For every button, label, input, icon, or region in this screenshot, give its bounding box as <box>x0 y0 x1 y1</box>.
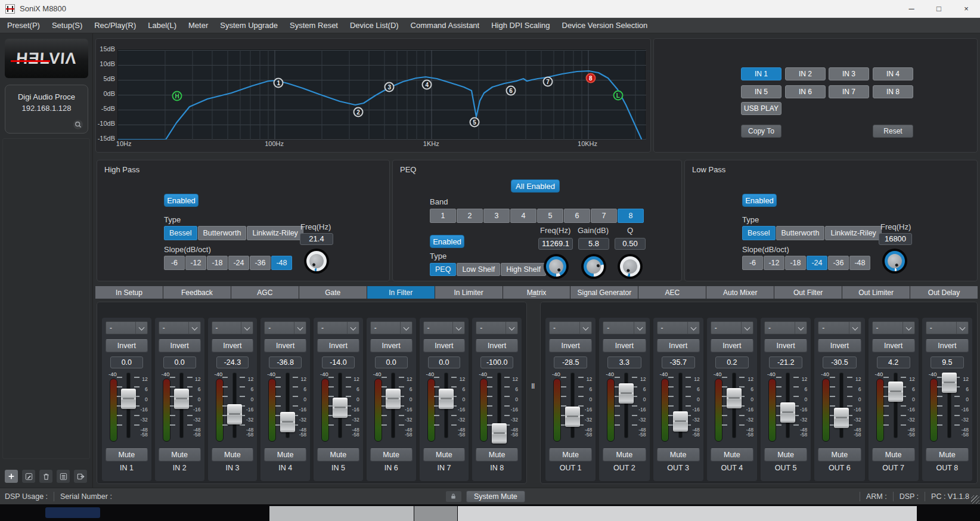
lp-enabled-button[interactable]: Enabled <box>742 194 777 207</box>
search-icon[interactable] <box>73 120 83 129</box>
fader-handle[interactable] <box>673 411 688 432</box>
lock-icon[interactable] <box>446 491 461 502</box>
hp-slope-option[interactable]: -24 <box>228 256 249 270</box>
source-dropdown[interactable]: - <box>872 321 915 334</box>
hp-slope-option[interactable]: -12 <box>185 256 206 270</box>
hp-freq-knob[interactable] <box>304 249 329 274</box>
fader-handle[interactable] <box>888 382 903 402</box>
lp-type-option[interactable]: Butterworth <box>776 226 825 240</box>
invert-button[interactable]: Invert <box>549 339 592 352</box>
hp-slope-option[interactable]: -18 <box>207 256 228 270</box>
fader-handle[interactable] <box>565 407 580 427</box>
peq-freq-knob[interactable] <box>544 254 569 279</box>
source-dropdown[interactable]: - <box>764 321 807 334</box>
eq-band-marker[interactable]: 3 <box>384 82 395 92</box>
mute-button[interactable]: Mute <box>159 448 201 461</box>
mute-button[interactable]: Mute <box>106 448 148 461</box>
invert-button[interactable]: Invert <box>317 339 359 352</box>
eq-band-marker[interactable]: 8 <box>585 73 596 83</box>
hp-slope-option[interactable]: -48 <box>271 256 292 270</box>
input-channel-button[interactable]: IN 2 <box>785 67 826 80</box>
menu-item[interactable]: High DPI Scaling <box>485 18 556 33</box>
lp-type-option[interactable]: Bessel <box>742 226 776 240</box>
menu-item[interactable]: Device List(D) <box>344 18 405 33</box>
tab[interactable]: Out Delay <box>910 286 978 299</box>
peq-type-option[interactable]: Low Shelf <box>457 263 500 276</box>
peq-q-value[interactable]: 0.50 <box>615 238 646 250</box>
gain-value[interactable]: 0.0 <box>428 356 461 368</box>
tab[interactable]: In Setup <box>95 286 163 299</box>
eq-band-marker[interactable]: 4 <box>422 79 432 89</box>
lp-slope-option[interactable]: -12 <box>764 256 784 270</box>
peq-band-option[interactable]: 7 <box>591 209 617 223</box>
menu-item[interactable]: Label(L) <box>142 18 182 33</box>
eq-band-marker[interactable]: 2 <box>353 107 364 117</box>
peq-gain-value[interactable]: 5.8 <box>578 238 609 250</box>
peq-type-option[interactable]: PEQ <box>430 263 456 276</box>
source-dropdown[interactable]: - <box>423 321 466 334</box>
eq-band-marker[interactable]: H <box>172 91 182 101</box>
mute-button[interactable]: Mute <box>549 448 592 461</box>
resize-grip[interactable] <box>971 495 979 504</box>
input-channel-button[interactable]: IN 8 <box>873 85 913 98</box>
menu-item[interactable]: Preset(P) <box>1 18 46 33</box>
add-device-button[interactable] <box>5 470 18 483</box>
source-dropdown[interactable]: - <box>370 321 413 334</box>
invert-button[interactable]: Invert <box>603 339 646 352</box>
peq-gain-knob[interactable] <box>581 254 606 279</box>
menu-item[interactable]: Command Assistant <box>405 18 486 33</box>
invert-button[interactable]: Invert <box>711 339 753 352</box>
mute-button[interactable]: Mute <box>603 448 646 461</box>
tab[interactable]: Out Limiter <box>842 286 910 299</box>
tab[interactable]: Signal Generator <box>570 286 638 299</box>
mute-button[interactable]: Mute <box>818 448 861 461</box>
invert-button[interactable]: Invert <box>476 339 518 352</box>
gain-value[interactable]: -14.0 <box>322 356 355 368</box>
source-dropdown[interactable]: - <box>264 321 306 334</box>
usb-play-button[interactable]: USB PLAY <box>741 102 781 115</box>
hp-slope-option[interactable]: -6 <box>164 256 185 270</box>
mute-button[interactable]: Mute <box>423 448 466 461</box>
fader-handle[interactable] <box>333 398 348 418</box>
tab[interactable]: Gate <box>299 286 367 299</box>
gain-value[interactable]: 0.2 <box>715 356 749 368</box>
gain-value[interactable]: 4.2 <box>877 356 910 368</box>
gain-value[interactable]: 9.5 <box>931 356 964 368</box>
fader-handle[interactable] <box>727 388 742 408</box>
invert-button[interactable]: Invert <box>159 339 201 352</box>
mute-button[interactable]: Mute <box>317 448 359 461</box>
tab[interactable]: Out Filter <box>774 286 842 299</box>
fader-handle[interactable] <box>439 389 454 409</box>
fader-handle[interactable] <box>227 404 242 424</box>
fader-handle[interactable] <box>121 389 136 409</box>
source-dropdown[interactable]: - <box>549 321 592 334</box>
tab[interactable]: Feedback <box>163 286 231 299</box>
peq-band-option[interactable]: 6 <box>564 209 590 223</box>
mute-button[interactable]: Mute <box>264 448 306 461</box>
lp-slope-option[interactable]: -36 <box>828 256 849 270</box>
source-dropdown[interactable]: - <box>159 321 201 334</box>
source-dropdown[interactable]: - <box>818 321 861 334</box>
gain-value[interactable]: 0.0 <box>375 356 408 368</box>
eq-band-marker[interactable]: 5 <box>469 117 479 127</box>
fader-handle[interactable] <box>280 412 295 432</box>
device-list-button[interactable] <box>57 470 70 483</box>
gain-value[interactable]: -30.5 <box>823 356 856 368</box>
source-dropdown[interactable]: - <box>711 321 753 334</box>
eq-band-marker[interactable]: 1 <box>274 77 284 88</box>
fader-handle[interactable] <box>386 389 401 409</box>
input-channel-button[interactable]: IN 6 <box>785 85 826 98</box>
lp-slope-option[interactable]: -18 <box>785 256 806 270</box>
tab[interactable]: AEC <box>638 286 706 299</box>
menu-item[interactable]: Rec/Play(R) <box>88 18 142 33</box>
source-dropdown[interactable]: - <box>212 321 254 334</box>
lp-slope-option[interactable]: -48 <box>849 256 870 270</box>
mute-button[interactable]: Mute <box>657 448 700 461</box>
mute-button[interactable]: Mute <box>764 448 807 461</box>
source-dropdown[interactable]: - <box>603 321 646 334</box>
fader-handle[interactable] <box>834 408 849 428</box>
gain-value[interactable]: 0.0 <box>163 356 196 368</box>
close-button[interactable]: × <box>953 0 980 17</box>
hp-type-option[interactable]: Bessel <box>164 226 197 240</box>
hp-slope-option[interactable]: -36 <box>250 256 271 270</box>
